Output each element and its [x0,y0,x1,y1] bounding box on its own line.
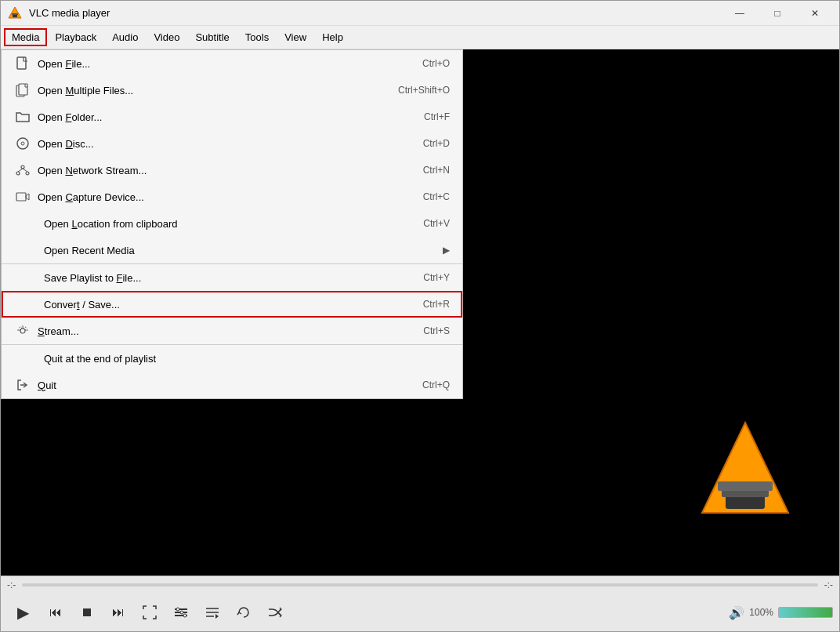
controls-bar: -:- -:- ▶ ⏮ ⏹ ⏭ [1,576,839,631]
volume-percent: 100% [749,607,773,618]
svg-point-26 [183,614,186,617]
close-button[interactable]: ✕ [797,1,833,26]
open-disc-label: Open Disc... [38,138,423,150]
multiple-files-icon [14,82,31,99]
extended-settings-button[interactable] [167,598,195,627]
menu-section-save: Save Playlist to File... Ctrl+Y Convert … [2,264,462,345]
quit-item[interactable]: Quit Ctrl+Q [2,372,462,398]
svg-point-25 [180,611,183,614]
menu-item-video[interactable]: Video [146,28,187,46]
network-icon [14,162,31,179]
volume-fill [779,608,832,617]
random-button[interactable] [261,598,289,627]
quit-label: Quit [38,380,422,391]
quit-end-icon [14,350,38,367]
svg-point-15 [20,329,25,333]
menu-item-help[interactable]: Help [314,28,351,46]
open-capture-device-item[interactable]: Open Capture Device... Ctrl+C [2,183,462,210]
open-location-label: Open Location from clipboard [44,218,423,230]
quit-shortcut: Ctrl+Q [422,380,450,390]
menu-item-tools[interactable]: Tools [237,28,277,46]
svg-point-9 [16,172,20,175]
volume-bar[interactable] [778,607,833,618]
playlist-button[interactable] [198,598,226,627]
open-recent-label: Open Recent Media [44,245,443,256]
fullscreen-button[interactable] [136,598,164,627]
media-dropdown-menu: Open File... Ctrl+O Open Multiple Files.… [1,49,463,399]
content-area: Open File... Ctrl+O Open Multiple Files.… [1,49,839,576]
svg-point-24 [176,608,179,611]
svg-point-10 [26,172,29,175]
menu-item-view[interactable]: View [277,28,314,46]
convert-save-shortcut: Ctrl+R [423,299,450,310]
maximize-button[interactable]: □ [759,1,795,26]
svg-rect-5 [19,84,27,95]
seek-bar[interactable] [22,583,817,587]
svg-line-11 [18,169,23,172]
stop-button[interactable]: ⏹ [73,598,101,627]
menu-item-media[interactable]: Media [4,28,47,46]
convert-icon [14,296,38,313]
save-playlist-item[interactable]: Save Playlist to File... Ctrl+Y [2,264,462,291]
window-controls: — □ ✕ [722,1,833,26]
title-bar: VLC media player — □ ✕ [1,1,839,26]
vlc-logo-icon [7,5,23,21]
open-multiple-files-item[interactable]: Open Multiple Files... Ctrl+Shift+O [2,77,462,104]
time-remaining: -:- [824,579,833,590]
vlc-window: VLC media player — □ ✕ Media Playback Au… [0,0,840,632]
svg-line-12 [23,169,27,172]
submenu-arrow-icon: ▶ [443,245,450,256]
menu-section-open: Open File... Ctrl+O Open Multiple Files.… [2,50,462,264]
stream-shortcut: Ctrl+S [423,325,450,336]
stream-icon [14,322,31,340]
open-location-item[interactable]: Open Location from clipboard Ctrl+V [2,210,462,237]
play-button[interactable]: ▶ [7,597,38,628]
svg-marker-30 [215,614,219,619]
open-recent-media-item[interactable]: Open Recent Media ▶ [2,237,462,263]
menu-item-subtitle[interactable]: Subtitle [187,28,237,46]
volume-area: 🔊 100% [729,605,833,620]
menu-item-audio[interactable]: Audio [104,28,146,46]
open-folder-label: Open Folder... [38,111,424,123]
svg-point-6 [17,138,28,149]
save-playlist-shortcut: Ctrl+Y [423,272,450,283]
speaker-icon: 🔊 [729,605,744,620]
next-button[interactable]: ⏭ [104,598,132,627]
open-folder-item[interactable]: Open Folder... Ctrl+F [2,104,462,130]
open-file-label: Open File... [38,58,422,70]
open-network-label: Open Network Stream... [38,165,423,176]
open-capture-label: Open Capture Device... [38,191,423,203]
open-network-stream-item[interactable]: Open Network Stream... Ctrl+N [2,157,462,183]
open-capture-shortcut: Ctrl+C [423,191,450,202]
open-folder-shortcut: Ctrl+F [424,111,450,122]
open-file-shortcut: Ctrl+O [422,58,450,69]
disc-icon [14,135,31,152]
buttons-row: ▶ ⏮ ⏹ ⏭ 🔊 100% [1,594,839,631]
file-icon [14,55,31,72]
save-playlist-icon [14,269,38,286]
menu-bar: Media Playback Audio Video Subtitle Tool… [1,26,839,49]
minimize-button[interactable]: — [722,1,758,26]
menu-item-playback[interactable]: Playback [47,28,104,46]
seek-bar-row: -:- -:- [1,576,839,594]
open-disc-item[interactable]: Open Disc... Ctrl+D [2,130,462,157]
open-file-item[interactable]: Open File... Ctrl+O [2,50,462,77]
svg-rect-13 [16,193,26,201]
svg-rect-2 [12,13,18,15]
svg-rect-3 [17,57,26,69]
vlc-cone-decoration [698,419,792,528]
save-playlist-label: Save Playlist to File... [44,272,423,284]
svg-point-7 [21,142,24,145]
recent-icon [14,242,38,259]
prev-button[interactable]: ⏮ [42,598,70,627]
stream-item[interactable]: Stream... Ctrl+S [2,318,462,344]
open-network-shortcut: Ctrl+N [423,165,450,176]
convert-save-item[interactable]: Convert / Save... Ctrl+R [2,291,462,318]
stream-label: Stream... [38,325,423,337]
loop-button[interactable] [230,598,258,627]
quit-end-playlist-item[interactable]: Quit at the end of playlist [2,345,462,372]
svg-point-8 [21,165,24,169]
menu-section-quit: Quit at the end of playlist Quit Ctrl+Q [2,345,462,398]
quit-icon [14,376,31,394]
location-icon [14,215,38,232]
